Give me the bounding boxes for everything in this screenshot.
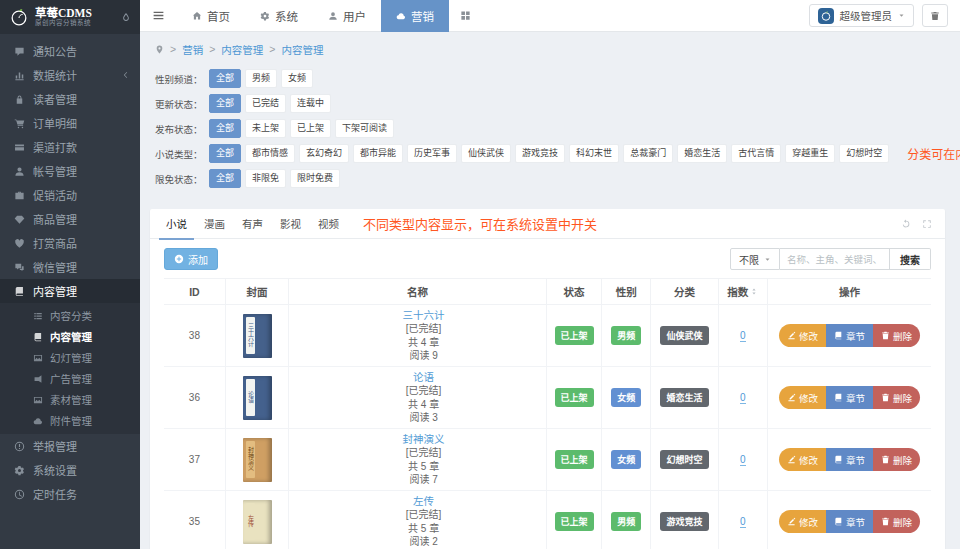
tab-comic[interactable]: 漫画 <box>197 209 232 239</box>
edit-button[interactable]: 修改 <box>779 386 826 409</box>
delete-button[interactable]: 删除 <box>873 448 920 471</box>
filter-chip[interactable]: 玄幻奇幻 <box>299 144 349 163</box>
filter-chip[interactable]: 全部 <box>209 69 241 88</box>
filter-chip[interactable]: 古代言情 <box>731 144 781 163</box>
sidebar-item-ads[interactable]: 广告管理 <box>0 368 140 389</box>
edit-button[interactable]: 修改 <box>779 448 826 471</box>
tab-video[interactable]: 视频 <box>311 209 346 239</box>
delete-button[interactable]: 删除 <box>873 510 920 533</box>
sidebar-item-attachments[interactable]: 附件管理 <box>0 410 140 431</box>
index-link[interactable]: 0 <box>740 516 746 528</box>
filter-chip[interactable]: 下架可阅读 <box>335 119 394 138</box>
sidebar-item-notice[interactable]: 通知公告 <box>0 39 140 63</box>
breadcrumb-content-manage[interactable]: 内容管理 <box>281 42 323 57</box>
filter-chip[interactable]: 都市异能 <box>353 144 403 163</box>
id-cell: 36 <box>164 367 225 429</box>
sidebar-item-stats[interactable]: 数据统计 <box>0 63 140 87</box>
sidebar-item-reports[interactable]: 举报管理 <box>0 434 140 458</box>
grid-icon[interactable] <box>449 10 482 21</box>
edit-button[interactable]: 修改 <box>779 510 826 533</box>
filter-chip[interactable]: 婚恋生活 <box>677 144 727 163</box>
filter-chip[interactable]: 穿越重生 <box>785 144 835 163</box>
nav-item-home[interactable]: 首页 <box>177 0 245 32</box>
expand-icon[interactable] <box>922 219 932 229</box>
scope-dropdown[interactable]: 不限 <box>730 248 780 270</box>
sidebar-item-rewards[interactable]: 打赏商品 <box>0 231 140 255</box>
add-button[interactable]: 添加 <box>164 248 218 270</box>
pin-icon <box>155 45 164 54</box>
filter-chip[interactable]: 未上架 <box>245 119 286 138</box>
filter-chip[interactable]: 已上架 <box>290 119 331 138</box>
chapters-button[interactable]: 章节 <box>826 510 873 533</box>
book-title-link[interactable]: 三十六计 <box>403 308 445 322</box>
trash-button[interactable] <box>922 4 948 27</box>
filter-chip[interactable]: 限时免费 <box>290 169 340 188</box>
filter-chip[interactable]: 科幻末世 <box>569 144 619 163</box>
book-title-link[interactable]: 左传 <box>413 494 434 508</box>
filter-chip[interactable]: 全部 <box>209 119 241 138</box>
filter-row-free: 限免状态： 全部 非限免 限时免费 <box>155 169 945 188</box>
sidebar-item-settings[interactable]: 系统设置 <box>0 458 140 482</box>
sidebar-item-orders[interactable]: 订单明细 <box>0 111 140 135</box>
sidebar-item-wechat[interactable]: 微信管理 <box>0 255 140 279</box>
refresh-icon[interactable] <box>901 219 911 229</box>
tab-audio[interactable]: 有声 <box>235 209 270 239</box>
sidebar-item-slides[interactable]: 幻灯管理 <box>0 347 140 368</box>
delete-button[interactable]: 删除 <box>873 324 920 347</box>
search-input[interactable] <box>780 248 890 270</box>
sidebar-item-cron[interactable]: 定时任务 <box>0 482 140 506</box>
chapters-button[interactable]: 章节 <box>826 386 873 409</box>
tab-novel[interactable]: 小说 <box>159 209 194 239</box>
breadcrumb-marketing[interactable]: 营销 <box>182 42 203 57</box>
nav-item-marketing[interactable]: 营销 <box>381 0 449 32</box>
filter-chip[interactable]: 仙侠武侠 <box>461 144 511 163</box>
sidebar-item-materials[interactable]: 素材管理 <box>0 389 140 410</box>
sidebar-item-goods[interactable]: 商品管理 <box>0 207 140 231</box>
filter-chip[interactable]: 男频 <box>245 69 277 88</box>
hamburger-icon[interactable] <box>140 9 177 22</box>
search-button[interactable]: 搜索 <box>890 248 931 270</box>
book-title-link[interactable]: 封神演义 <box>403 432 445 446</box>
sidebar-item-accounts[interactable]: 帐号管理 <box>0 159 140 183</box>
filter-chip[interactable]: 连载中 <box>290 94 331 113</box>
nav-item-user[interactable]: 用户 <box>313 0 381 32</box>
filter-chip[interactable]: 非限免 <box>245 169 286 188</box>
edit-button[interactable]: 修改 <box>779 324 826 347</box>
sidebar-item-readers[interactable]: 读者管理 <box>0 87 140 111</box>
breadcrumb-content[interactable]: 内容管理 <box>221 42 263 57</box>
book-title-link[interactable]: 论语 <box>413 370 434 384</box>
sidebar-item-promotions[interactable]: 促销活动 <box>0 183 140 207</box>
book-cover: 封神演义 <box>243 438 272 482</box>
droplet-icon[interactable] <box>121 12 131 22</box>
user-menu[interactable]: 超级管理员 <box>809 4 915 27</box>
filter-chip[interactable]: 女频 <box>281 69 313 88</box>
filter-chip[interactable]: 总裁豪门 <box>623 144 673 163</box>
filter-chip[interactable]: 全部 <box>209 169 241 188</box>
tab-film[interactable]: 影视 <box>273 209 308 239</box>
filter-chip[interactable]: 游戏竞技 <box>515 144 565 163</box>
col-index: 指数 <box>718 279 767 305</box>
filter-chip[interactable]: 幻想时空 <box>839 144 889 163</box>
sidebar-item-content-manage[interactable]: 内容管理 <box>0 326 140 347</box>
top-navbar: 首页 系统 用户 营销 超级管理员 <box>140 0 960 32</box>
sidebar-item-payments[interactable]: 渠道打款 <box>0 135 140 159</box>
chevron-left-icon <box>122 71 130 79</box>
name-cell: 论语 [已完结] 共 4 章 阅读 3 <box>289 367 547 429</box>
sidebar-item-content-category[interactable]: 内容分类 <box>0 305 140 326</box>
edit-icon <box>787 517 796 526</box>
filter-chip[interactable]: 全部 <box>209 144 241 163</box>
book-icon <box>834 331 843 340</box>
filter-chip[interactable]: 全部 <box>209 94 241 113</box>
chapters-button[interactable]: 章节 <box>826 324 873 347</box>
index-link[interactable]: 0 <box>740 454 746 466</box>
chapters-button[interactable]: 章节 <box>826 448 873 471</box>
nav-item-system[interactable]: 系统 <box>245 0 313 32</box>
filter-chip[interactable]: 都市情感 <box>245 144 295 163</box>
sort-icon[interactable] <box>750 287 758 296</box>
sidebar-item-content[interactable]: 内容管理 <box>0 279 140 303</box>
filter-chip[interactable]: 历史军事 <box>407 144 457 163</box>
filter-chip[interactable]: 已完结 <box>245 94 286 113</box>
index-link[interactable]: 0 <box>740 330 746 342</box>
delete-button[interactable]: 删除 <box>873 386 920 409</box>
index-link[interactable]: 0 <box>740 392 746 404</box>
